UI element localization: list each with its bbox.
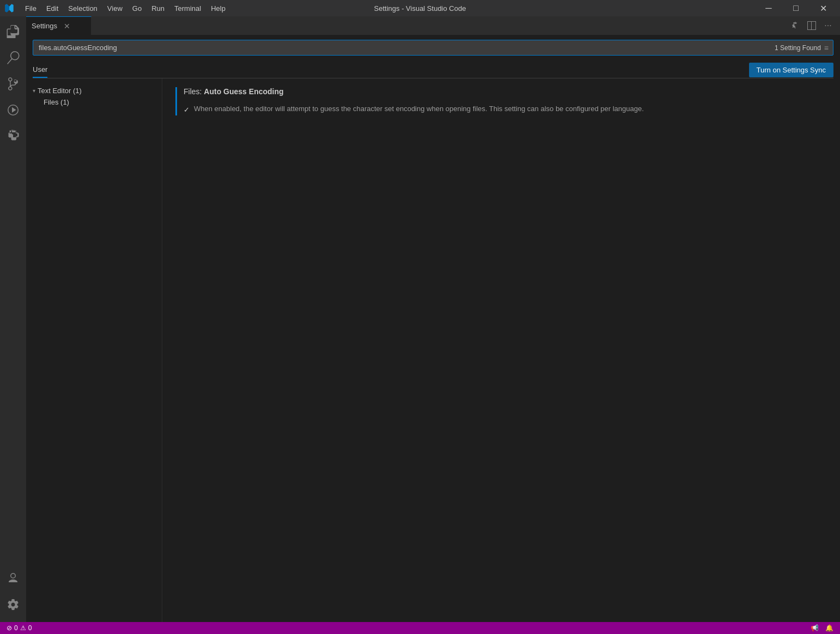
status-bar-left: ⊘ 0 ⚠ 0: [4, 624, 34, 632]
maximize-button[interactable]: □: [783, 0, 808, 16]
warning-count: 0: [28, 624, 32, 632]
tab-actions: ···: [788, 16, 840, 35]
settings-tab[interactable]: Settings ✕: [26, 16, 92, 35]
menu-run[interactable]: Run: [147, 3, 169, 14]
search-result-badge: 1 Setting Found ≡: [770, 44, 833, 52]
user-tab[interactable]: User: [33, 62, 47, 78]
checkmark-icon: ✓: [184, 105, 190, 115]
search-bar: 1 Setting Found ≡: [26, 35, 840, 60]
activity-source-control[interactable]: [0, 71, 26, 97]
status-bar-right: 📢 🔔: [808, 624, 836, 632]
user-tab-row: User: [33, 62, 749, 78]
menu-file[interactable]: File: [21, 3, 41, 14]
tab-close-button[interactable]: ✕: [63, 22, 71, 31]
search-input[interactable]: [33, 40, 770, 55]
error-icon: ⊘: [7, 624, 12, 632]
bell-button[interactable]: 🔔: [823, 624, 836, 632]
minimize-button[interactable]: ─: [756, 0, 781, 16]
activity-account[interactable]: [0, 565, 26, 592]
status-bar: ⊘ 0 ⚠ 0 📢 🔔: [0, 622, 840, 634]
error-count: 0: [14, 624, 18, 632]
menu-terminal[interactable]: Terminal: [170, 3, 205, 14]
titlebar-left: File Edit Selection View Go Run Terminal…: [4, 3, 230, 14]
activity-bar: [0, 16, 26, 622]
menu-help[interactable]: Help: [206, 3, 230, 14]
settings-sidebar: ▾ Text Editor (1) Files (1): [26, 78, 162, 622]
activity-manage[interactable]: [0, 592, 26, 618]
close-button[interactable]: ✕: [811, 0, 836, 16]
menu-bar: File Edit Selection View Go Run Terminal…: [21, 3, 230, 14]
activity-run-debug[interactable]: [0, 97, 26, 123]
result-count: 1 Setting Found: [775, 44, 821, 52]
menu-edit[interactable]: Edit: [42, 3, 63, 14]
menu-selection[interactable]: Selection: [64, 3, 101, 14]
tab-label: Settings: [32, 22, 57, 30]
activity-extensions[interactable]: [0, 123, 26, 149]
sidebar-group-label: Text Editor (1): [38, 87, 82, 95]
settings-main: Files: Auto Guess Encoding ✓ When enable…: [162, 78, 840, 622]
errors-status[interactable]: ⊘ 0 ⚠ 0: [4, 624, 34, 632]
titlebar: File Edit Selection View Go Run Terminal…: [0, 0, 840, 16]
sidebar-group-text-editor: ▾ Text Editor (1) Files (1): [26, 83, 162, 110]
sidebar-group-text-editor-header[interactable]: ▾ Text Editor (1): [26, 85, 162, 96]
bell-icon: 🔔: [825, 624, 833, 632]
chevron-down-icon: ▾: [33, 88, 35, 94]
activity-bottom: [0, 565, 26, 622]
setting-body: Files: Auto Guess Encoding ✓ When enable…: [175, 87, 827, 115]
window-controls: ─ □ ✕: [756, 0, 836, 16]
activity-search[interactable]: [0, 45, 26, 71]
notifications-button[interactable]: 📢: [808, 624, 821, 632]
activity-explorer[interactable]: [0, 19, 26, 45]
notifications-icon: 📢: [811, 624, 819, 632]
main-layout: Settings ✕ ···: [0, 16, 840, 622]
setting-description: ✓ When enabled, the editor will attempt …: [184, 103, 827, 115]
sync-button[interactable]: Turn on Settings Sync: [749, 63, 833, 77]
setting-item-auto-guess-encoding: Files: Auto Guess Encoding ✓ When enable…: [175, 87, 827, 115]
content-area: Settings ✕ ···: [26, 16, 840, 622]
window-title: Settings - Visual Studio Code: [374, 4, 466, 13]
setting-title-bold: Auto Guess Encoding: [204, 87, 283, 96]
setting-description-text: When enabled, the editor will attempt to…: [194, 103, 644, 114]
menu-go[interactable]: Go: [128, 3, 146, 14]
settings-panels: ▾ Text Editor (1) Files (1) Files: Auto …: [26, 78, 840, 622]
more-actions-button[interactable]: ···: [820, 18, 836, 33]
tab-bar: Settings ✕ ···: [26, 16, 840, 35]
split-editor-button[interactable]: [804, 18, 819, 33]
settings-content: 1 Setting Found ≡ User Turn on Settings …: [26, 35, 840, 622]
setting-title: Files: Auto Guess Encoding: [184, 87, 827, 96]
filter-icon[interactable]: ≡: [824, 44, 829, 52]
sidebar-item-files[interactable]: Files (1): [26, 96, 162, 108]
setting-prefix: Files:: [184, 87, 204, 96]
search-input-container: 1 Setting Found ≡: [33, 40, 833, 56]
open-settings-json-button[interactable]: [788, 18, 803, 33]
vscode-logo-icon: [4, 3, 14, 13]
warning-icon: ⚠: [20, 624, 26, 632]
menu-view[interactable]: View: [103, 3, 127, 14]
